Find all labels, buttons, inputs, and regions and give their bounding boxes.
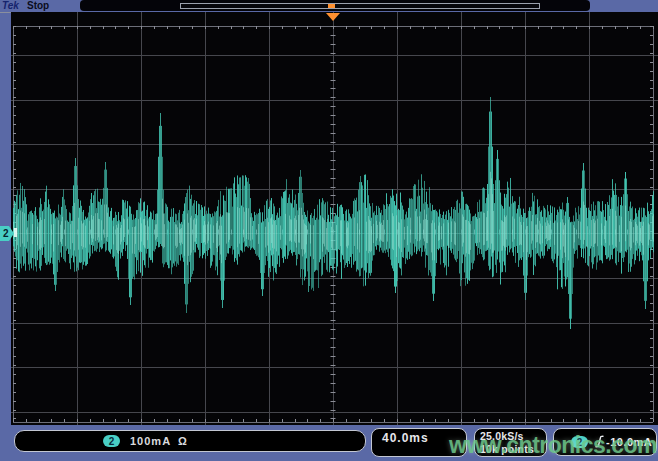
trigger-readout[interactable]: 2 -10.0mA xyxy=(553,428,657,456)
channel-2-impedance: Ω xyxy=(178,435,187,447)
acquisition-readout[interactable]: 25.0kS/s 10k points xyxy=(474,428,547,457)
record-length: 10k points xyxy=(475,443,546,456)
tek-logo: Tek xyxy=(2,0,19,11)
acquisition-status-label: Stop xyxy=(27,0,49,11)
record-view-box xyxy=(80,0,590,11)
record-view-bar[interactable] xyxy=(180,3,540,9)
channel-2-marker-label: 2 xyxy=(3,228,9,239)
scope-display xyxy=(11,12,658,425)
time-per-division: 40.0ms xyxy=(372,429,466,445)
falling-edge-slope-icon xyxy=(595,435,604,450)
sample-rate: 25.0kS/s xyxy=(475,429,546,443)
channel-2-badge: 2 xyxy=(103,435,120,447)
trigger-position-marker[interactable] xyxy=(328,4,335,8)
waveform-graticule-canvas xyxy=(11,12,658,425)
horizontal-scale-readout[interactable]: 40.0ms xyxy=(371,428,467,457)
status-readout-bar: 2 100mA Ω 40.0ms 25.0kS/s 10k points 2 -… xyxy=(0,425,658,461)
trigger-source-badge: 2 xyxy=(571,436,588,448)
channel-2-scale: 100mA xyxy=(130,435,171,447)
channel-2-vertical-readout[interactable]: 2 100mA Ω xyxy=(14,430,366,452)
trigger-level: -10.0mA xyxy=(606,436,652,448)
